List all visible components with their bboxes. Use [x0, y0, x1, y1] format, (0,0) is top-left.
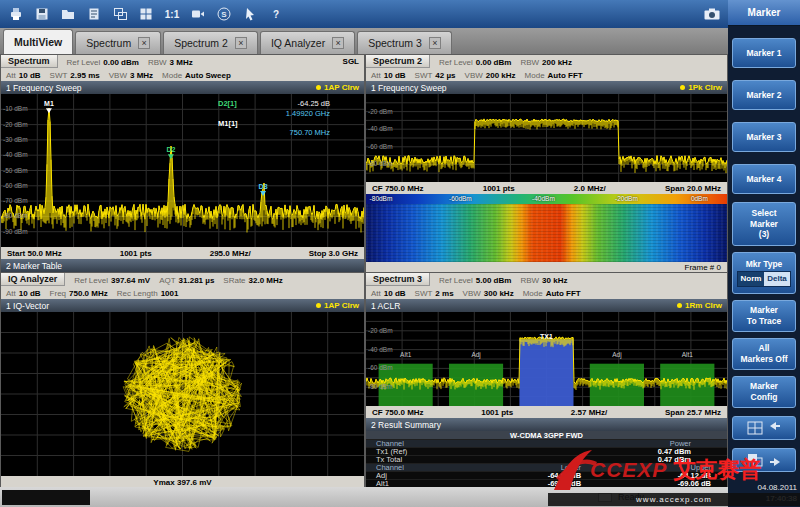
- tab-multiview[interactable]: MultiView: [3, 29, 73, 54]
- y-axis-label: -10 dBm: [3, 106, 28, 113]
- marker-table-titlebar[interactable]: 2 Marker Table: [1, 259, 364, 272]
- axis-span: Span 25.7 MHz: [665, 408, 721, 417]
- y-axis-label: -20 dBm: [368, 328, 393, 335]
- quadrant-spectrum-2[interactable]: Spectrum 2 Ref Level0.00 dBm RBW200 kHz …: [365, 54, 728, 272]
- softkey-all-markers-off[interactable]: AllMarkers Off: [732, 338, 796, 370]
- close-icon[interactable]: ×: [138, 37, 150, 49]
- close-icon[interactable]: ×: [235, 37, 247, 49]
- freq: Freq750.0 MHz: [50, 287, 108, 298]
- cursor-icon[interactable]: [238, 2, 262, 26]
- arrow-right-icon: [768, 453, 782, 467]
- channel-tabbar: MultiView Spectrum× Spectrum 2× IQ Analy…: [0, 28, 728, 54]
- window-titlebar: 1 ACLR 1Rm Clrw: [366, 299, 727, 312]
- y-axis-label: -70 dBm: [3, 198, 28, 205]
- tab-spectrum-2[interactable]: Spectrum 2×: [163, 31, 258, 54]
- axis-cf: CF 750.0 MHz: [372, 184, 424, 193]
- x-axis-row: CF 750.0 MHz 1001 pts 2.0 MHz/ Span 20.0…: [366, 182, 727, 194]
- swt: SWT2 ms: [415, 287, 454, 298]
- mkr-type-delta[interactable]: Delta: [764, 272, 790, 286]
- swt: SWT2.95 ms: [50, 69, 100, 80]
- panel-tab-spectrum[interactable]: Spectrum: [1, 55, 58, 68]
- iq-vector-graph[interactable]: [1, 312, 364, 476]
- quadrant-spectrum[interactable]: Spectrum Ref Level0.00 dBm RBW3 MHz SGL …: [0, 54, 365, 272]
- open-file-icon[interactable]: [56, 2, 80, 26]
- tab-label: Spectrum: [86, 37, 131, 49]
- frequency-sweep-graph[interactable]: M1D2D3 D2[1]-64.25 dB 1.49920 GHz M1[1] …: [1, 94, 364, 247]
- status-bar: Ready: [0, 487, 728, 507]
- sgl-flag: SGL: [343, 57, 359, 66]
- date-label: 04.08.2011: [731, 483, 797, 493]
- mkr-type-norm[interactable]: Norm: [738, 272, 764, 286]
- print-icon[interactable]: [4, 2, 28, 26]
- trace-legend: 1AP Clrw: [316, 301, 359, 310]
- channel-label: Adj: [612, 351, 621, 358]
- axis-per-div: 2.0 MHz/: [574, 184, 606, 193]
- result-summary-titlebar[interactable]: 2 Result Summary: [366, 418, 727, 431]
- panel-tab-spectrum-3[interactable]: Spectrum 3: [366, 273, 430, 286]
- tab-spectrum-3[interactable]: Spectrum 3×: [357, 31, 452, 54]
- sequencer-icon[interactable]: S: [212, 2, 236, 26]
- window-arrange-button[interactable]: [732, 448, 796, 472]
- quadrant-spectrum-3[interactable]: Spectrum 3 Ref Level5.00 dBm RBW30 kHz A…: [365, 272, 728, 487]
- marker-info: D2[1]-64.25 dB 1.49920 GHz M1[1] 750.70 …: [218, 99, 330, 138]
- svg-text:D3: D3: [259, 183, 268, 190]
- svg-text:D2: D2: [166, 146, 175, 153]
- y-axis-label: -40 dBm: [368, 126, 393, 133]
- quadrant-iq-analyzer[interactable]: IQ Analyzer Ref Level397.64 mV AQT31.281…: [0, 272, 365, 487]
- frequency-sweep-graph-2[interactable]: -20 dBm-40 dBm-60 dBm-80 dBm: [366, 94, 727, 182]
- save-icon[interactable]: [30, 2, 54, 26]
- channel-label: TX1: [540, 333, 553, 340]
- datetime-display: 04.08.2011 17:40:38: [731, 483, 797, 504]
- softkey-sidebar: Marker Marker 1 Marker 2 Marker 3 Marker…: [728, 0, 800, 507]
- status-left-segment: [2, 490, 90, 505]
- y-axis-label: -80 dBm: [368, 161, 393, 168]
- close-icon[interactable]: ×: [332, 37, 344, 49]
- axis-span: Span 20.0 MHz: [665, 184, 721, 193]
- softkey-marker-config[interactable]: MarkerConfig: [732, 376, 796, 408]
- status-ready: Ready: [598, 492, 644, 502]
- toolbar: 1:1 S ?: [0, 0, 728, 28]
- softkey-marker-3[interactable]: Marker 3: [732, 122, 796, 152]
- axis-stop: Stop 3.0 GHz: [309, 249, 358, 258]
- zoom-1-1-icon[interactable]: 1:1: [160, 2, 184, 26]
- panel-tab-iq-analyzer[interactable]: IQ Analyzer: [1, 273, 65, 286]
- spectrum-header: Spectrum Ref Level0.00 dBm RBW3 MHz SGL …: [1, 55, 364, 81]
- softkey-marker-4[interactable]: Marker 4: [732, 164, 796, 194]
- display-config-button[interactable]: [732, 416, 796, 440]
- softkey-select-marker[interactable]: SelectMarker(3): [732, 202, 796, 246]
- softkey-marker-1[interactable]: Marker 1: [732, 38, 796, 68]
- ymax-label: Ymax 397.6 mV: [153, 478, 211, 487]
- tab-label: Spectrum 2: [174, 37, 228, 49]
- spectrogram[interactable]: [366, 204, 727, 262]
- report-icon[interactable]: [82, 2, 106, 26]
- ref-level: Ref Level0.00 dBm: [67, 56, 139, 67]
- colorbar-label: -20dBm: [615, 195, 638, 202]
- video-icon[interactable]: [186, 2, 210, 26]
- swt: SWT42 µs: [415, 69, 456, 80]
- svg-text:M1: M1: [44, 100, 54, 107]
- colorbar-label: -60dBm: [449, 195, 472, 202]
- window-titlebar: 1 Frequency Sweep 1AP Clrw: [1, 81, 364, 94]
- result-summary-table: W-CDMA 3GPP FWD ChannelPower Tx1 (Ref)0.…: [366, 431, 727, 488]
- trace-dot-icon: [677, 303, 682, 308]
- colorbar-label: -80dBm: [370, 195, 393, 202]
- tab-label: Spectrum 3: [368, 37, 422, 49]
- window-title: 1 IQ-Vector: [6, 301, 49, 311]
- split-view-icon[interactable]: [134, 2, 158, 26]
- channel-label: Alt1: [400, 351, 411, 358]
- tab-iq-analyzer[interactable]: IQ Analyzer×: [260, 31, 355, 54]
- y-axis-label: -80 dBm: [368, 384, 393, 391]
- softkey-marker-to-trace[interactable]: MarkerTo Trace: [732, 300, 796, 332]
- channel-label: Adj: [471, 351, 480, 358]
- tab-spectrum[interactable]: Spectrum×: [75, 31, 161, 54]
- panel-tab-spectrum-2[interactable]: Spectrum 2: [366, 55, 430, 68]
- camera-icon[interactable]: [700, 2, 724, 26]
- close-icon[interactable]: ×: [429, 37, 441, 49]
- help-icon[interactable]: ?: [264, 2, 288, 26]
- softkey-marker-2[interactable]: Marker 2: [732, 80, 796, 110]
- aclr-graph[interactable]: -20 dBm-40 dBm-60 dBm-80 dBmAlt1AdjTX1Ad…: [366, 312, 727, 406]
- sweep-trace-canvas: [366, 94, 727, 182]
- windows-icon[interactable]: [108, 2, 132, 26]
- mode: ModeAuto Sweep: [162, 69, 231, 80]
- softkey-mkr-type[interactable]: Mkr Type Norm Delta: [732, 252, 796, 294]
